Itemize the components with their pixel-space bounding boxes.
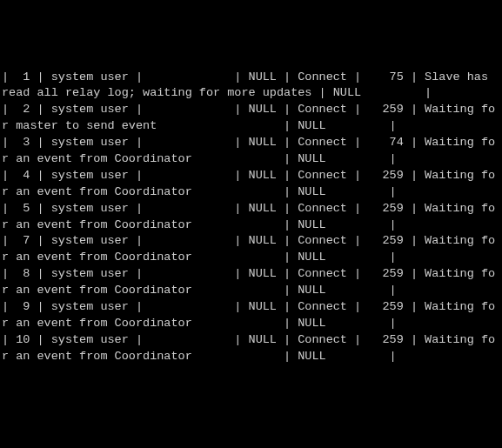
- terminal-output: | 1 | system user | | NULL | Connect | 7…: [2, 70, 500, 365]
